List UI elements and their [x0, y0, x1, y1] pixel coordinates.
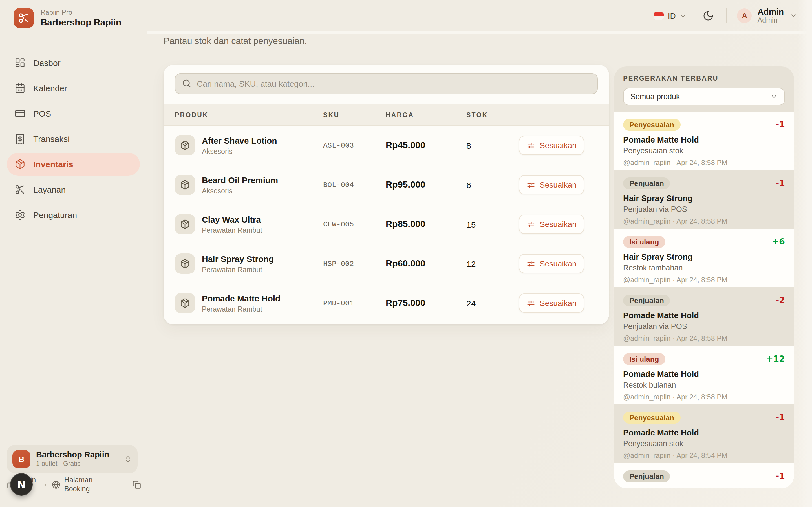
language-label: ID: [668, 11, 676, 20]
product-price: Rp75.000: [386, 298, 466, 308]
product-name: Beard Oil Premium: [202, 175, 278, 185]
gear-icon: [15, 210, 26, 220]
column-header-sku: SKU: [323, 111, 386, 118]
outlet-avatar: B: [12, 450, 31, 468]
brand-plan: Rapiin Pro: [41, 8, 121, 17]
package-icon: [175, 253, 195, 274]
movement-meta: @admin_rapiin · Apr 24, 8:58 PM: [623, 217, 785, 225]
scissors-icon: [15, 184, 26, 195]
receipt-icon: [15, 133, 26, 144]
product-price: Rp45.000: [386, 140, 466, 151]
product-sku: CLW-005: [323, 220, 386, 228]
movement-meta: @admin_rapiin · Apr 24, 8:54 PM: [623, 452, 785, 460]
user-menu[interactable]: A Admin Admin: [737, 7, 797, 25]
search-input[interactable]: [175, 73, 598, 94]
product-filter-select[interactable]: Semua produk: [623, 88, 785, 105]
topbar-divider: [726, 8, 727, 23]
booking-page-link[interactable]: Halaman Booking: [52, 476, 97, 494]
movement-note: Restok bulanan: [623, 381, 785, 389]
movement-item: Penyesuaian -1 Pomade Matte Hold Penyesu…: [614, 112, 794, 170]
table-row: Hair Spray Strong Perawatan Rambut HSP-0…: [163, 244, 609, 283]
adjust-button-label: Sesuaikan: [540, 220, 576, 229]
movement-delta: -1: [776, 178, 785, 188]
dark-mode-toggle[interactable]: [703, 10, 714, 21]
sidebar-item-dasbor[interactable]: Dasbor: [7, 51, 140, 74]
product-category: Aksesoris: [202, 147, 277, 155]
user-name: Admin: [758, 7, 784, 17]
sidebar-item-label: Pengaturan: [33, 210, 77, 220]
movement-meta: @admin_rapiin · Apr 24, 8:58 PM: [623, 393, 785, 401]
sidebar-item-label: Kalender: [33, 83, 67, 93]
movement-type-badge: Isi ulang: [623, 353, 665, 365]
movement-type-badge: Penyesuaian: [623, 119, 680, 131]
product-stock: 6: [466, 180, 519, 189]
adjust-stock-button[interactable]: Sesuaikan: [519, 215, 585, 234]
movement-note: Restok tambahan: [623, 264, 785, 272]
outlet-switcher[interactable]: B Barbershop Rapiin 1 outlet · Gratis: [7, 445, 138, 473]
movement-item: Penyesuaian -1 Pomade Matte Hold Penyesu…: [614, 404, 794, 463]
chevrons-up-down-icon: [124, 455, 132, 463]
movement-item: Penjualan -1 Hair Spray Strong: [614, 463, 794, 489]
brand: Rapiin Pro Barbershop Rapiin: [0, 0, 147, 28]
product-filter-value: Semua produk: [630, 93, 680, 101]
product-category: Aksesoris: [202, 187, 278, 194]
movement-delta: -2: [776, 295, 785, 305]
movement-meta: @admin_rapiin · Apr 24, 8:58 PM: [623, 335, 785, 342]
movement-type-badge: Isi ulang: [623, 236, 665, 248]
sidebar-nav: Dasbor Kalender POS Transaksi: [0, 51, 147, 226]
table-row: Pomade Matte Hold Perawatan Rambut PMD-0…: [163, 283, 609, 323]
adjust-button-label: Sesuaikan: [540, 259, 576, 268]
search-icon: [182, 79, 191, 88]
sliders-icon: [527, 260, 535, 268]
sidebar-item-transaksi[interactable]: Transaksi: [7, 127, 140, 151]
product-category: Perawatan Rambut: [202, 305, 280, 313]
movement-type-badge: Penjualan: [623, 470, 670, 482]
adjust-stock-button[interactable]: Sesuaikan: [519, 136, 585, 155]
sidebar-item-kalender[interactable]: Kalender: [7, 76, 140, 100]
adjust-button-label: Sesuaikan: [540, 180, 576, 189]
movement-item: Penjualan -2 Pomade Matte Hold Penjualan…: [614, 287, 794, 346]
user-role: Admin: [758, 16, 784, 25]
adjust-stock-button[interactable]: Sesuaikan: [519, 293, 585, 313]
column-header-stok: STOK: [466, 111, 519, 118]
nextjs-dev-badge[interactable]: N: [11, 474, 32, 495]
page-subtitle: Pantau stok dan catat penyesuaian.: [163, 36, 307, 46]
chevron-down-icon: [770, 93, 777, 100]
sidebar-item-pos[interactable]: POS: [7, 102, 140, 125]
movement-product: Pomade Matte Hold: [623, 428, 785, 437]
copy-icon[interactable]: [133, 481, 141, 489]
sidebar-item-label: Layanan: [33, 185, 66, 194]
inventory-card: PRODUK SKU HARGA STOK After Shave Lotion…: [163, 65, 609, 325]
adjust-stock-button[interactable]: Sesuaikan: [519, 254, 585, 273]
sliders-icon: [527, 299, 535, 307]
column-header-produk: PRODUK: [175, 111, 323, 118]
language-switcher[interactable]: ID: [654, 11, 687, 20]
footer-separator-dot: [45, 484, 46, 486]
product-name: After Shave Lotion: [202, 135, 277, 146]
movement-note: Penyesuaian stok: [623, 439, 785, 448]
package-icon: [175, 135, 195, 156]
movement-meta: @admin_rapiin · Apr 24, 8:58 PM: [623, 276, 785, 284]
user-avatar: A: [737, 8, 752, 23]
movement-product: Pomade Matte Hold: [623, 311, 785, 320]
movements-list: Penyesuaian -1 Pomade Matte Hold Penyesu…: [614, 112, 794, 489]
sidebar-item-label: POS: [33, 109, 51, 118]
movement-delta: +12: [766, 354, 785, 364]
sidebar-item-layanan[interactable]: Layanan: [7, 178, 140, 201]
topbar: ID A Admin Admin: [147, 0, 812, 32]
movement-product: Pomade Matte Hold: [623, 135, 785, 144]
product-stock: 15: [466, 219, 519, 229]
movement-delta: -1: [776, 471, 785, 481]
sidebar-item-label: Dasbor: [33, 58, 61, 68]
product-category: Perawatan Rambut: [202, 226, 262, 234]
search-bar: [175, 73, 598, 94]
sidebar-item-inventaris[interactable]: Inventaris: [7, 153, 140, 176]
sidebar-item-pengaturan[interactable]: Pengaturan: [7, 203, 140, 226]
scissors-icon: [18, 12, 29, 24]
sliders-icon: [527, 180, 535, 189]
movements-title: PERGERAKAN TERBARU: [614, 66, 794, 82]
movement-delta: -1: [776, 412, 785, 422]
product-name: Clay Wax Ultra: [202, 214, 262, 224]
movement-type-badge: Penjualan: [623, 295, 670, 306]
adjust-stock-button[interactable]: Sesuaikan: [519, 175, 585, 194]
